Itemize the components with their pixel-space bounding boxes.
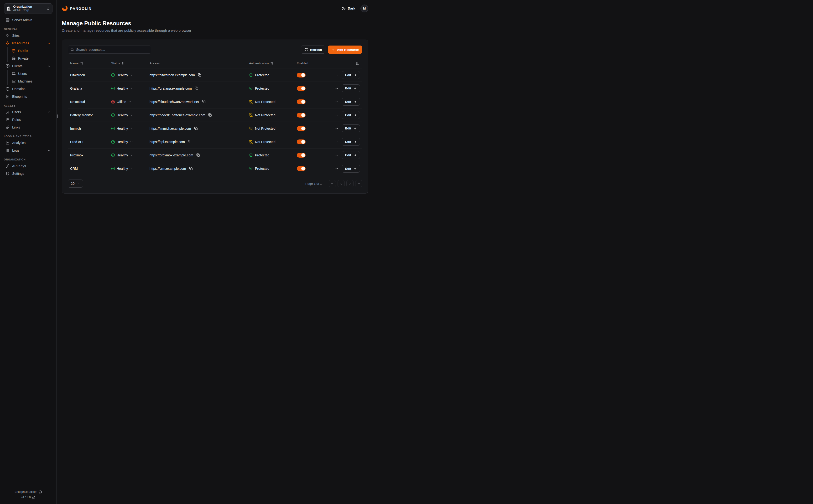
sidebar-scrollbar-thumb[interactable] <box>57 114 58 118</box>
status-dropdown[interactable]: Healthy <box>111 153 150 157</box>
sidebar-item-api-keys[interactable]: API Keys <box>4 162 52 170</box>
arrow-right-icon <box>353 127 356 130</box>
refresh-button[interactable]: Refresh <box>301 46 325 54</box>
sidebar-item-public[interactable]: Public <box>8 47 52 54</box>
edit-button[interactable]: Edit <box>342 138 360 146</box>
auth-icon <box>249 100 253 104</box>
chevron-down-icon <box>128 100 131 103</box>
enabled-toggle[interactable] <box>297 139 305 144</box>
copy-url-button[interactable] <box>201 99 206 104</box>
edit-button[interactable]: Edit <box>342 84 360 92</box>
row-menu-button[interactable] <box>334 139 338 145</box>
chevron-up-icon <box>47 41 51 45</box>
sidebar-item-private[interactable]: Private <box>8 55 52 62</box>
sidebar-item-clients[interactable]: Clients <box>4 62 52 70</box>
sidebar-item-users[interactable]: Users <box>4 108 52 116</box>
copy-url-button[interactable] <box>194 126 198 131</box>
column-header-name[interactable]: Name <box>70 62 111 65</box>
section-label-organization: Organization <box>4 158 52 161</box>
next-page-button[interactable] <box>346 180 353 187</box>
previous-page-button[interactable] <box>337 180 345 187</box>
edit-button[interactable]: Edit <box>342 71 360 79</box>
edit-button[interactable]: Edit <box>342 165 360 173</box>
resources-icon <box>6 41 10 45</box>
column-header-status[interactable]: Status <box>111 62 150 65</box>
section-label-general: General <box>4 28 52 31</box>
edit-button[interactable]: Edit <box>342 124 360 132</box>
sidebar-item-settings[interactable]: Settings <box>4 170 52 177</box>
page-size-select[interactable]: 20 <box>68 180 83 188</box>
sidebar-item-logs[interactable]: Logs <box>4 147 52 154</box>
copy-url-button[interactable] <box>194 86 199 91</box>
receipt-icon <box>6 95 10 98</box>
user-avatar[interactable]: M <box>360 5 368 12</box>
chart-icon <box>6 141 10 145</box>
status-dropdown[interactable]: Healthy <box>111 87 150 90</box>
enabled-toggle[interactable] <box>297 99 305 104</box>
resource-url: https://immich.example.com <box>150 127 191 130</box>
section-label-access: Access <box>4 104 52 107</box>
column-header-authentication[interactable]: Authentication <box>249 62 297 65</box>
sidebar-item-roles[interactable]: Roles <box>4 116 52 123</box>
status-icon <box>111 87 115 90</box>
status-icon <box>111 153 115 157</box>
enabled-toggle[interactable] <box>297 113 305 118</box>
sidebar-item-analytics[interactable]: Analytics <box>4 139 52 146</box>
sidebar-item-domains[interactable]: Domains <box>4 85 52 93</box>
row-menu-button[interactable] <box>334 126 338 131</box>
status-dropdown[interactable]: Healthy <box>111 167 150 170</box>
enabled-toggle[interactable] <box>297 73 305 77</box>
status-dropdown[interactable]: Healthy <box>111 113 150 117</box>
enabled-toggle[interactable] <box>297 126 305 131</box>
first-page-button[interactable] <box>329 180 336 187</box>
enabled-toggle[interactable] <box>297 166 305 171</box>
enabled-toggle[interactable] <box>297 86 305 91</box>
chevron-down-icon <box>130 127 133 130</box>
copy-url-button[interactable] <box>196 153 200 157</box>
sidebar-item-blueprints[interactable]: Blueprints <box>4 93 52 100</box>
last-page-button[interactable] <box>355 180 362 187</box>
add-resource-button[interactable]: Add Resource <box>328 46 362 54</box>
search-input[interactable] <box>68 46 151 54</box>
status-dropdown[interactable]: Healthy <box>111 73 150 77</box>
sidebar-item-server-admin[interactable]: Server Admin <box>4 16 52 24</box>
copy-url-button[interactable] <box>189 166 193 171</box>
table-row: Proxmox Healthy https://proxmox.example.… <box>68 149 362 162</box>
edit-button[interactable]: Edit <box>342 111 360 119</box>
status-dropdown[interactable]: Healthy <box>111 140 150 144</box>
column-visibility-button[interactable] <box>355 61 360 66</box>
enabled-toggle[interactable] <box>297 153 305 158</box>
row-menu-button[interactable] <box>334 86 338 91</box>
table-row: CRM Healthy https://crm.example.com Prot… <box>68 162 362 175</box>
resource-name: Proxmox <box>70 153 111 157</box>
sidebar: Organization ACME Corp. Server AdminGene… <box>0 0 57 232</box>
sidebar-item-machines[interactable]: Machines <box>8 78 52 85</box>
row-menu-button[interactable] <box>334 72 338 78</box>
theme-toggle-button[interactable]: Dark <box>341 6 355 10</box>
auth-icon <box>249 140 253 144</box>
status-dropdown[interactable]: Healthy <box>111 127 150 130</box>
sort-icon[interactable] <box>270 62 273 65</box>
page-title: Manage Public Resources <box>62 20 368 27</box>
copy-url-button[interactable] <box>197 73 202 77</box>
sidebar-item-resources[interactable]: Resources <box>4 40 52 47</box>
plus-icon <box>331 48 335 51</box>
copy-url-button[interactable] <box>187 139 192 144</box>
sidebar-item-users[interactable]: Users <box>8 70 52 77</box>
brand-logo: PANGOLIN <box>62 5 92 11</box>
table-body: Bitwarden Healthy https://bitwarden.exam… <box>68 68 362 175</box>
status-dropdown[interactable]: Offline <box>111 100 150 104</box>
org-selector[interactable]: Organization ACME Corp. <box>4 3 52 14</box>
edit-button[interactable]: Edit <box>342 98 360 106</box>
sort-icon[interactable] <box>80 62 83 65</box>
copy-url-button[interactable] <box>208 113 212 117</box>
edit-button[interactable]: Edit <box>342 151 360 159</box>
row-menu-button[interactable] <box>334 166 338 171</box>
row-menu-button[interactable] <box>334 99 338 105</box>
chevron-down-icon <box>47 110 51 114</box>
sort-icon[interactable] <box>122 62 125 65</box>
sidebar-item-links[interactable]: Links <box>4 124 52 131</box>
row-menu-button[interactable] <box>334 112 338 118</box>
sidebar-item-sites[interactable]: Sites <box>4 32 52 39</box>
row-menu-button[interactable] <box>334 152 338 158</box>
